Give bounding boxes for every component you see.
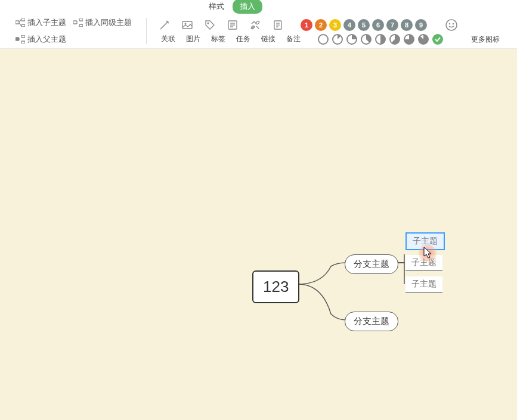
svg-point-34 xyxy=(432,34,443,45)
branch-node-1[interactable]: 分支主题 xyxy=(345,254,398,274)
badge-6[interactable]: 6 xyxy=(372,19,384,31)
toolbar: 插入子主题 插入同级主题 插入父主题 1 2 xyxy=(0,13,517,49)
sub-node-1-selected[interactable]: 子主题 xyxy=(405,232,445,250)
image-label: 图片 xyxy=(184,34,203,44)
branch-node-2[interactable]: 分支主题 xyxy=(345,312,398,331)
svg-point-11 xyxy=(185,23,187,24)
pie-4[interactable] xyxy=(374,33,386,45)
svg-rect-5 xyxy=(79,24,83,27)
left-row-2: 插入父主题 xyxy=(16,33,132,46)
svg-point-23 xyxy=(446,20,457,30)
svg-rect-1 xyxy=(21,18,25,21)
insert-parent-button[interactable]: 插入父主题 xyxy=(16,33,66,46)
number-badges: 1 2 3 4 5 6 7 8 9 xyxy=(301,19,427,31)
badge-2[interactable]: 2 xyxy=(315,19,327,31)
pie-3[interactable] xyxy=(360,33,372,45)
tab-insert[interactable]: 插入 xyxy=(233,0,262,14)
child-topic-icon xyxy=(16,18,25,27)
mindmap-canvas[interactable]: 123 分支主题 分支主题 子主题 子主题 子主题 xyxy=(0,49,517,420)
tag-icon[interactable] xyxy=(204,19,216,31)
toolbar-left: 插入子主题 插入同级主题 插入父主题 xyxy=(0,14,140,48)
toolbar-divider xyxy=(146,18,147,44)
insert-child-button[interactable]: 插入子主题 xyxy=(16,16,66,29)
insert-child-label: 插入子主题 xyxy=(27,17,66,28)
svg-rect-3 xyxy=(73,21,77,24)
badge-9[interactable]: 9 xyxy=(415,19,427,31)
svg-rect-8 xyxy=(21,41,25,43)
badge-1[interactable]: 1 xyxy=(301,19,312,31)
note-label: 备注 xyxy=(284,34,303,44)
task-icon[interactable] xyxy=(227,19,239,31)
pie-6[interactable] xyxy=(403,33,415,45)
svg-rect-7 xyxy=(21,35,25,38)
parent-topic-icon xyxy=(16,35,25,43)
link-label: 链接 xyxy=(259,34,278,44)
svg-point-25 xyxy=(453,23,454,24)
svg-rect-6 xyxy=(16,38,19,41)
toolbar-center: 1 2 3 4 5 6 7 8 9 关联 图片 标签 任务 链接 备注 xyxy=(153,15,464,46)
smiley-icon[interactable] xyxy=(445,18,458,32)
note-icon[interactable] xyxy=(272,19,284,31)
pie-0[interactable] xyxy=(317,33,329,45)
pie-5[interactable] xyxy=(389,33,401,45)
badge-4[interactable]: 4 xyxy=(343,19,355,31)
svg-rect-4 xyxy=(79,18,83,21)
pie-2[interactable] xyxy=(346,33,358,45)
tool-icons-row: 1 2 3 4 5 6 7 8 9 xyxy=(153,17,464,33)
pie-1[interactable] xyxy=(332,33,343,45)
svg-point-18 xyxy=(255,20,259,24)
badge-3[interactable]: 3 xyxy=(329,19,341,31)
link-icon[interactable] xyxy=(249,19,261,31)
root-node[interactable]: 123 xyxy=(252,270,299,303)
sub-node-3[interactable]: 子主题 xyxy=(405,276,442,293)
relation-label: 关联 xyxy=(159,34,178,44)
tool-labels-row: 关联 图片 标签 任务 链接 备注 xyxy=(153,33,464,45)
more-icons-button[interactable]: 更多图标 xyxy=(471,17,500,45)
top-tabs: 样式 插入 xyxy=(0,0,517,13)
sibling-topic-icon xyxy=(73,18,83,27)
image-icon[interactable] xyxy=(181,19,193,31)
badge-5[interactable]: 5 xyxy=(358,19,370,31)
insert-parent-label: 插入父主题 xyxy=(27,34,66,45)
relation-icon[interactable] xyxy=(159,19,171,31)
badge-8[interactable]: 8 xyxy=(401,19,413,31)
insert-sibling-button[interactable]: 插入同级主题 xyxy=(73,16,132,29)
task-label: 任务 xyxy=(234,34,253,44)
tag-label: 标签 xyxy=(209,34,228,44)
pie-check[interactable] xyxy=(432,33,444,45)
svg-point-26 xyxy=(318,35,328,44)
pie-7[interactable] xyxy=(417,33,429,45)
sub-node-2[interactable]: 子主题 xyxy=(405,255,442,271)
tab-style[interactable]: 样式 xyxy=(203,0,230,14)
svg-rect-2 xyxy=(21,24,25,27)
svg-point-24 xyxy=(449,23,450,24)
svg-point-12 xyxy=(208,22,209,24)
badge-7[interactable]: 7 xyxy=(386,19,398,31)
left-row-1: 插入子主题 插入同级主题 xyxy=(16,16,132,29)
svg-rect-0 xyxy=(16,21,19,24)
insert-sibling-label: 插入同级主题 xyxy=(85,17,132,28)
progress-pies xyxy=(317,33,444,45)
